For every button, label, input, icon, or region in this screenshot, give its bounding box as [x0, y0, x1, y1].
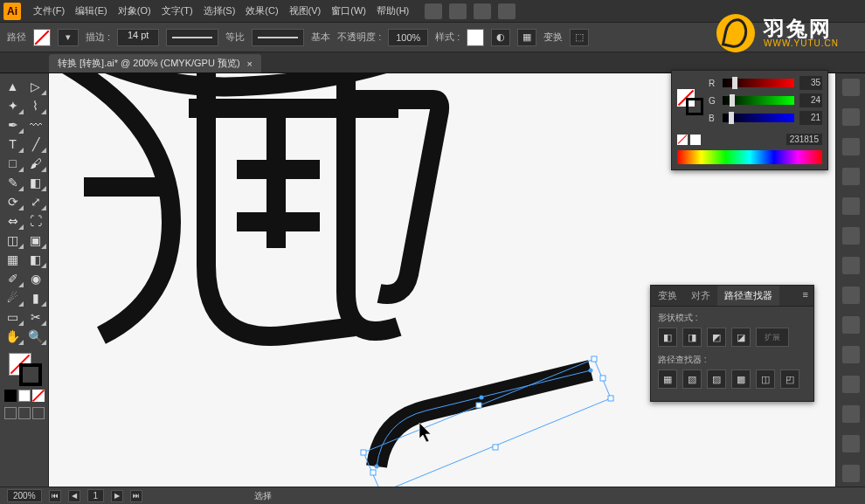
curvature-tool[interactable]: 〰 [24, 115, 47, 135]
menu-select[interactable]: 选择(S) [198, 4, 241, 17]
line-tool[interactable]: ╱ [24, 135, 47, 154]
panel-icon-brushes[interactable] [842, 197, 860, 215]
menu-object[interactable]: 对象(O) [113, 4, 156, 17]
crop-button[interactable]: ▩ [731, 369, 751, 389]
scale-tool[interactable]: ⤢ [24, 192, 47, 211]
shaper-tool[interactable]: ✎ [2, 173, 24, 192]
menu-window[interactable]: 窗口(W) [326, 4, 371, 17]
free-transform-tool[interactable]: ⛶ [24, 211, 47, 231]
gpu-icon[interactable] [498, 3, 516, 19]
menu-help[interactable]: 帮助(H) [371, 4, 414, 17]
zoom-level[interactable]: 200% [7, 489, 42, 502]
expand-button[interactable]: 扩展 [756, 328, 789, 347]
panel-icon-gradient[interactable] [842, 287, 860, 304]
minus-front-button[interactable]: ◨ [682, 328, 702, 347]
b-slider[interactable] [723, 114, 794, 122]
menu-view[interactable]: 视图(V) [284, 4, 327, 17]
variable-width-profile[interactable] [166, 29, 218, 46]
white-swatch[interactable] [690, 135, 701, 145]
menu-edit[interactable]: 编辑(E) [70, 4, 113, 17]
shape-builder-tool[interactable]: ◫ [2, 231, 24, 250]
magic-wand-tool[interactable]: ✦ [2, 96, 24, 115]
slice-tool[interactable]: ✂ [24, 307, 47, 327]
panel-icon-graphic-styles[interactable] [842, 376, 860, 393]
recolor-icon[interactable]: ◐ [491, 29, 510, 46]
arrange-docs-icon[interactable] [474, 3, 491, 19]
color-panel[interactable]: R 35 G 24 B 21 231815 [671, 70, 828, 170]
zoom-tool[interactable]: 🔍 [24, 327, 47, 346]
artboard-tool[interactable]: ▭ [2, 307, 24, 327]
panel-icon-swatches[interactable] [842, 168, 860, 185]
panel-icon-asset-export[interactable] [842, 435, 860, 452]
panel-icon-properties[interactable] [842, 79, 860, 96]
tab-pathfinder[interactable]: 路径查找器 [717, 286, 779, 306]
align-icon[interactable]: ▦ [517, 29, 536, 46]
perspective-grid-tool[interactable]: ▣ [24, 231, 47, 250]
r-value[interactable]: 35 [799, 76, 822, 90]
opacity-input[interactable]: 100% [388, 29, 428, 46]
outline-button[interactable]: ◫ [756, 369, 775, 389]
color-mode-none[interactable] [32, 390, 45, 402]
panel-icon-color[interactable] [842, 138, 860, 155]
menu-file[interactable]: 文件(F) [28, 4, 70, 17]
r-slider[interactable] [723, 79, 794, 87]
exclude-button[interactable]: ◪ [731, 328, 751, 347]
tab-transform[interactable]: 变换 [651, 286, 684, 306]
panel-icon-symbols[interactable] [842, 227, 860, 245]
blend-tool[interactable]: ◉ [24, 269, 47, 288]
color-panel-fillstroke[interactable] [677, 89, 703, 115]
stroke-weight-input[interactable]: 14 pt [117, 29, 159, 46]
close-tab-icon[interactable]: × [247, 59, 253, 69]
color-mode-fill[interactable] [4, 390, 17, 402]
panel-menu-icon[interactable]: ≡ [798, 286, 813, 306]
width-tool[interactable]: ⇔ [2, 211, 24, 231]
intersect-button[interactable]: ◩ [707, 328, 726, 347]
paintbrush-tool[interactable]: 🖌 [24, 154, 47, 173]
g-slider[interactable] [723, 96, 794, 105]
isolate-icon[interactable]: ⬚ [570, 29, 589, 46]
document-tab[interactable]: 转换 [转换].ai* @ 200% (CMYK/GPU 预览) × [49, 54, 261, 72]
panel-icon-layers[interactable] [842, 405, 860, 423]
lasso-tool[interactable]: ⌇ [24, 96, 47, 115]
unite-button[interactable]: ◧ [658, 328, 677, 347]
menu-type[interactable]: 文字(T) [156, 4, 198, 17]
minus-back-button[interactable]: ◰ [780, 369, 799, 389]
artboard-number[interactable]: 1 [87, 489, 105, 502]
menu-effect[interactable]: 效果(C) [240, 4, 283, 17]
selection-tool[interactable]: ▲ [2, 77, 24, 96]
bridge-icon[interactable] [425, 3, 442, 19]
hex-value[interactable]: 231815 [786, 134, 822, 145]
first-artboard-button[interactable]: ⏮ [49, 490, 61, 502]
hand-tool[interactable]: ✋ [2, 327, 24, 346]
merge-button[interactable]: ▨ [707, 369, 726, 389]
rotate-tool[interactable]: ⟳ [2, 192, 24, 211]
trim-button[interactable]: ▧ [682, 369, 702, 389]
stroke-color-box[interactable] [19, 363, 42, 386]
panel-icon-stroke[interactable] [842, 257, 860, 274]
panel-icon-appearance[interactable] [842, 346, 860, 363]
rectangle-tool[interactable]: □ [2, 154, 24, 173]
column-graph-tool[interactable]: ▮ [24, 288, 47, 307]
tab-align[interactable]: 对齐 [684, 286, 717, 306]
symbol-sprayer-tool[interactable]: ☄ [2, 288, 24, 307]
color-mode-gradient[interactable] [18, 390, 31, 402]
panel-icon-transparency[interactable] [842, 316, 860, 334]
stock-icon[interactable] [449, 3, 467, 19]
prev-artboard-button[interactable]: ◀ [68, 490, 80, 502]
fill-swatch[interactable] [33, 29, 51, 46]
eyedropper-tool[interactable]: ✐ [2, 269, 24, 288]
type-tool[interactable]: T [2, 135, 24, 154]
eraser-tool[interactable]: ◧ [24, 173, 47, 192]
pathfinder-panel[interactable]: 变换 对齐 路径查找器 ≡ 形状模式 : ◧ ◨ ◩ ◪ 扩展 路径查找器 : … [650, 285, 814, 402]
panel-icon-artboards[interactable] [842, 465, 860, 482]
draw-normal[interactable] [4, 407, 17, 419]
stroke-swatch-dropdown[interactable]: ▾ [58, 29, 79, 46]
divide-button[interactable]: ▦ [658, 369, 677, 389]
none-swatch[interactable] [677, 135, 688, 145]
b-value[interactable]: 21 [799, 111, 822, 125]
next-artboard-button[interactable]: ▶ [111, 490, 123, 502]
fill-stroke-control[interactable] [7, 351, 42, 386]
draw-behind[interactable] [18, 407, 31, 419]
color-spectrum[interactable] [677, 150, 822, 164]
last-artboard-button[interactable]: ⏭ [130, 490, 142, 502]
